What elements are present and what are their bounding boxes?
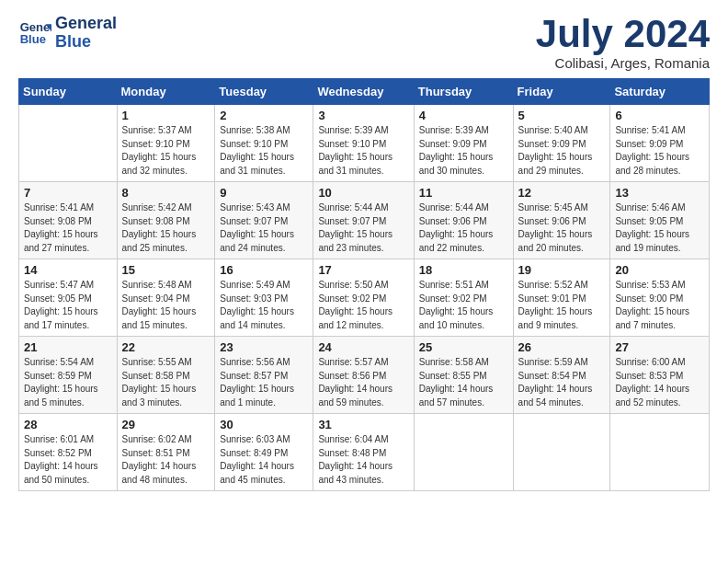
day-info: Sunrise: 5:51 AM Sunset: 9:02 PM Dayligh… xyxy=(419,279,508,332)
day-info: Sunrise: 5:56 AM Sunset: 8:57 PM Dayligh… xyxy=(220,356,308,409)
day-number: 16 xyxy=(220,263,308,277)
day-number: 21 xyxy=(24,340,112,354)
calendar-week-1: 1Sunrise: 5:37 AM Sunset: 9:10 PM Daylig… xyxy=(19,105,710,182)
day-info: Sunrise: 5:39 AM Sunset: 9:10 PM Dayligh… xyxy=(318,124,408,178)
calendar-cell: 26Sunrise: 5:59 AM Sunset: 8:54 PM Dayli… xyxy=(513,337,610,414)
calendar-cell: 11Sunrise: 5:44 AM Sunset: 9:06 PM Dayli… xyxy=(414,182,513,259)
calendar-cell: 6Sunrise: 5:41 AM Sunset: 9:09 PM Daylig… xyxy=(610,105,710,182)
calendar-cell: 24Sunrise: 5:57 AM Sunset: 8:56 PM Dayli… xyxy=(313,337,414,414)
day-number: 4 xyxy=(419,109,508,122)
calendar-cell: 27Sunrise: 6:00 AM Sunset: 8:53 PM Dayli… xyxy=(610,337,710,414)
logo-icon: General Blue xyxy=(18,17,51,50)
day-info: Sunrise: 6:00 AM Sunset: 8:53 PM Dayligh… xyxy=(615,356,704,409)
day-info: Sunrise: 5:39 AM Sunset: 9:09 PM Dayligh… xyxy=(419,124,508,178)
day-info: Sunrise: 5:44 AM Sunset: 9:07 PM Dayligh… xyxy=(318,201,408,255)
calendar-cell xyxy=(414,414,513,491)
calendar-cell: 23Sunrise: 5:56 AM Sunset: 8:57 PM Dayli… xyxy=(215,337,313,414)
day-info: Sunrise: 5:40 AM Sunset: 9:09 PM Dayligh… xyxy=(518,124,606,178)
weekday-header-wednesday: Wednesday xyxy=(313,79,414,105)
day-number: 28 xyxy=(24,418,112,431)
calendar-cell: 8Sunrise: 5:42 AM Sunset: 9:08 PM Daylig… xyxy=(117,182,215,259)
calendar-week-5: 28Sunrise: 6:01 AM Sunset: 8:52 PM Dayli… xyxy=(19,414,710,491)
day-info: Sunrise: 5:41 AM Sunset: 9:08 PM Dayligh… xyxy=(24,201,112,255)
day-info: Sunrise: 5:54 AM Sunset: 8:59 PM Dayligh… xyxy=(24,356,112,409)
day-number: 9 xyxy=(220,186,308,200)
calendar-cell: 13Sunrise: 5:46 AM Sunset: 9:05 PM Dayli… xyxy=(610,182,710,259)
calendar-cell: 2Sunrise: 5:38 AM Sunset: 9:10 PM Daylig… xyxy=(215,105,313,182)
day-number: 10 xyxy=(318,186,408,200)
calendar-cell xyxy=(513,414,610,491)
day-number: 22 xyxy=(122,340,210,354)
day-info: Sunrise: 5:41 AM Sunset: 9:09 PM Dayligh… xyxy=(615,124,704,178)
day-number: 15 xyxy=(122,263,210,277)
calendar-cell: 30Sunrise: 6:03 AM Sunset: 8:49 PM Dayli… xyxy=(215,414,313,491)
calendar-cell: 4Sunrise: 5:39 AM Sunset: 9:09 PM Daylig… xyxy=(414,105,513,182)
day-number: 25 xyxy=(419,340,508,354)
calendar-cell: 1Sunrise: 5:37 AM Sunset: 9:10 PM Daylig… xyxy=(117,105,215,182)
day-number: 31 xyxy=(318,418,408,431)
calendar-cell: 22Sunrise: 5:55 AM Sunset: 8:58 PM Dayli… xyxy=(117,337,215,414)
day-info: Sunrise: 6:02 AM Sunset: 8:51 PM Dayligh… xyxy=(122,433,210,487)
page: General Blue General Blue July 2024 Coli… xyxy=(0,0,728,563)
day-info: Sunrise: 5:52 AM Sunset: 9:01 PM Dayligh… xyxy=(518,279,606,332)
day-number: 5 xyxy=(518,109,606,122)
day-number: 6 xyxy=(615,109,704,122)
weekday-header-row: SundayMondayTuesdayWednesdayThursdayFrid… xyxy=(19,79,710,105)
calendar-cell: 29Sunrise: 6:02 AM Sunset: 8:51 PM Dayli… xyxy=(117,414,215,491)
day-number: 2 xyxy=(220,109,308,122)
day-number: 18 xyxy=(419,263,508,277)
calendar-cell: 9Sunrise: 5:43 AM Sunset: 9:07 PM Daylig… xyxy=(215,182,313,259)
day-info: Sunrise: 5:47 AM Sunset: 9:05 PM Dayligh… xyxy=(24,279,112,332)
day-info: Sunrise: 6:03 AM Sunset: 8:49 PM Dayligh… xyxy=(220,433,308,487)
day-info: Sunrise: 5:42 AM Sunset: 9:08 PM Dayligh… xyxy=(122,201,210,255)
calendar-cell: 15Sunrise: 5:48 AM Sunset: 9:04 PM Dayli… xyxy=(117,259,215,337)
day-number: 27 xyxy=(615,340,704,354)
calendar-cell: 16Sunrise: 5:49 AM Sunset: 9:03 PM Dayli… xyxy=(215,259,313,337)
calendar-week-3: 14Sunrise: 5:47 AM Sunset: 9:05 PM Dayli… xyxy=(19,259,710,337)
weekday-header-sunday: Sunday xyxy=(19,79,118,105)
title-block: July 2024 Colibasi, Arges, Romania xyxy=(536,15,710,71)
day-number: 24 xyxy=(318,340,408,354)
calendar-cell: 21Sunrise: 5:54 AM Sunset: 8:59 PM Dayli… xyxy=(19,337,118,414)
day-info: Sunrise: 5:53 AM Sunset: 9:00 PM Dayligh… xyxy=(615,279,704,332)
calendar-cell: 20Sunrise: 5:53 AM Sunset: 9:00 PM Dayli… xyxy=(610,259,710,337)
calendar-cell: 18Sunrise: 5:51 AM Sunset: 9:02 PM Dayli… xyxy=(414,259,513,337)
weekday-header-monday: Monday xyxy=(117,79,215,105)
day-info: Sunrise: 5:59 AM Sunset: 8:54 PM Dayligh… xyxy=(518,356,606,409)
calendar-cell: 3Sunrise: 5:39 AM Sunset: 9:10 PM Daylig… xyxy=(313,105,414,182)
calendar-cell: 12Sunrise: 5:45 AM Sunset: 9:06 PM Dayli… xyxy=(513,182,610,259)
day-number: 20 xyxy=(615,263,704,277)
day-number: 23 xyxy=(220,340,308,354)
calendar-cell: 10Sunrise: 5:44 AM Sunset: 9:07 PM Dayli… xyxy=(313,182,414,259)
day-info: Sunrise: 5:46 AM Sunset: 9:05 PM Dayligh… xyxy=(615,201,704,255)
day-info: Sunrise: 5:50 AM Sunset: 9:02 PM Dayligh… xyxy=(318,279,408,332)
day-info: Sunrise: 5:48 AM Sunset: 9:04 PM Dayligh… xyxy=(122,279,210,332)
day-info: Sunrise: 5:37 AM Sunset: 9:10 PM Dayligh… xyxy=(122,124,210,178)
day-info: Sunrise: 6:01 AM Sunset: 8:52 PM Dayligh… xyxy=(24,433,112,487)
day-info: Sunrise: 5:55 AM Sunset: 8:58 PM Dayligh… xyxy=(122,356,210,409)
logo: General Blue General Blue xyxy=(18,15,117,52)
day-info: Sunrise: 6:04 AM Sunset: 8:48 PM Dayligh… xyxy=(318,433,408,487)
logo-line1: General xyxy=(55,15,117,33)
day-info: Sunrise: 5:44 AM Sunset: 9:06 PM Dayligh… xyxy=(419,201,508,255)
calendar-cell: 5Sunrise: 5:40 AM Sunset: 9:09 PM Daylig… xyxy=(513,105,610,182)
day-number: 14 xyxy=(24,263,112,277)
day-info: Sunrise: 5:49 AM Sunset: 9:03 PM Dayligh… xyxy=(220,279,308,332)
weekday-header-friday: Friday xyxy=(513,79,610,105)
logo-line2: Blue xyxy=(55,33,117,52)
calendar-cell: 19Sunrise: 5:52 AM Sunset: 9:01 PM Dayli… xyxy=(513,259,610,337)
svg-text:Blue: Blue xyxy=(20,32,46,46)
day-info: Sunrise: 5:57 AM Sunset: 8:56 PM Dayligh… xyxy=(318,356,408,409)
day-number: 11 xyxy=(419,186,508,200)
day-number: 17 xyxy=(318,263,408,277)
calendar-cell: 14Sunrise: 5:47 AM Sunset: 9:05 PM Dayli… xyxy=(19,259,118,337)
day-info: Sunrise: 5:38 AM Sunset: 9:10 PM Dayligh… xyxy=(220,124,308,178)
calendar-week-4: 21Sunrise: 5:54 AM Sunset: 8:59 PM Dayli… xyxy=(19,337,710,414)
day-info: Sunrise: 5:43 AM Sunset: 9:07 PM Dayligh… xyxy=(220,201,308,255)
calendar-cell: 31Sunrise: 6:04 AM Sunset: 8:48 PM Dayli… xyxy=(313,414,414,491)
calendar-table: SundayMondayTuesdayWednesdayThursdayFrid… xyxy=(18,78,710,491)
calendar-cell xyxy=(610,414,710,491)
weekday-header-tuesday: Tuesday xyxy=(215,79,313,105)
day-info: Sunrise: 5:45 AM Sunset: 9:06 PM Dayligh… xyxy=(518,201,606,255)
month-title: July 2024 xyxy=(536,15,710,53)
